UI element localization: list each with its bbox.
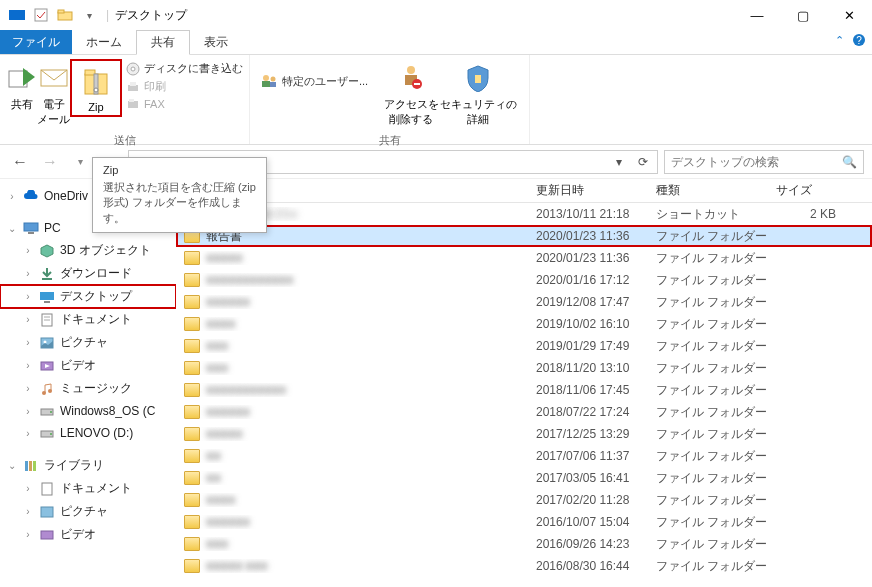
file-type: ファイル フォルダー	[656, 536, 776, 553]
qat-dropdown-icon[interactable]: ▾	[78, 4, 100, 26]
forward-button[interactable]: →	[38, 150, 62, 174]
table-row[interactable]: ■■■2016/09/26 14:23ファイル フォルダー	[176, 533, 872, 555]
svg-rect-26	[475, 75, 481, 83]
advanced-security-button[interactable]: セキュリティの 詳細	[442, 59, 514, 127]
maximize-button[interactable]: ▢	[780, 0, 826, 30]
table-row[interactable]: 報告書2020/01/23 11:36ファイル フォルダー	[176, 225, 872, 247]
zip-button-label: Zip	[88, 101, 103, 113]
share-button-label: 共有	[11, 97, 33, 112]
print-button[interactable]: 印刷	[126, 79, 243, 94]
table-row[interactable]: ■■■■2017/02/20 11:28ファイル フォルダー	[176, 489, 872, 511]
tree-desktop[interactable]: ›デスクトップ	[0, 285, 176, 308]
refresh-icon[interactable]: ⟳	[633, 155, 653, 169]
table-row[interactable]: ■■■■■ ■■■2016/08/30 16:44ファイル フォルダー	[176, 555, 872, 577]
table-row[interactable]: ■■■■■■■■■■■2018/11/06 17:45ファイル フォルダー	[176, 379, 872, 401]
tree-pictures[interactable]: ›ピクチャ	[0, 331, 176, 354]
file-date: 2018/11/06 17:45	[536, 383, 656, 397]
file-type: ファイル フォルダー	[656, 360, 776, 377]
window-title: デスクトップ	[115, 7, 187, 24]
table-row[interactable]: ■■■2019/01/29 17:49ファイル フォルダー	[176, 335, 872, 357]
zip-highlight-box: Zip	[70, 59, 122, 117]
tree-lib-documents[interactable]: ›ドキュメント	[0, 477, 176, 500]
table-row[interactable]: ■■■■2019/10/02 16:10ファイル フォルダー	[176, 313, 872, 335]
folder-icon	[184, 493, 200, 507]
table-row[interactable]: ■■2017/03/05 16:41ファイル フォルダー	[176, 467, 872, 489]
tab-home[interactable]: ホーム	[72, 30, 136, 54]
tree-3d-objects[interactable]: ›3D オブジェクト	[0, 239, 176, 262]
tooltip-title: Zip	[103, 164, 256, 176]
picture-icon	[39, 504, 55, 520]
specific-users-button[interactable]: 特定のユーザー...	[260, 73, 368, 89]
email-button[interactable]: 電子 メール	[37, 59, 70, 127]
svg-point-43	[50, 433, 52, 435]
search-box[interactable]: 🔍	[664, 150, 864, 174]
table-row[interactable]: ■■■■■2017/12/25 13:29ファイル フォルダー	[176, 423, 872, 445]
minimize-button[interactable]: —	[734, 0, 780, 30]
tree-drive-c[interactable]: ›Windows8_OS (C	[0, 400, 176, 422]
file-date: 2020/01/16 17:12	[536, 273, 656, 287]
share-button[interactable]: 共有	[6, 59, 37, 112]
svg-rect-47	[42, 483, 52, 495]
burn-disc-button[interactable]: ディスクに書き込む	[126, 61, 243, 76]
col-type[interactable]: 種類	[656, 182, 776, 199]
table-row[interactable]: ■■■■■■2019/12/08 17:47ファイル フォルダー	[176, 291, 872, 313]
tree-drive-d[interactable]: ›LENOVO (D:)	[0, 422, 176, 444]
file-name: ■■■■■■	[206, 405, 250, 419]
remove-access-button[interactable]: アクセスを 削除する	[380, 59, 442, 127]
tab-file[interactable]: ファイル	[0, 30, 72, 54]
tree-libraries[interactable]: ⌄ライブラリ	[0, 454, 176, 477]
tree-label: ライブラリ	[44, 457, 104, 474]
svg-rect-25	[414, 83, 420, 85]
col-date[interactable]: 更新日時	[536, 182, 656, 199]
file-type: ファイル フォルダー	[656, 426, 776, 443]
window-controls: — ▢ ✕	[734, 0, 872, 30]
svg-point-41	[50, 411, 52, 413]
table-row[interactable]: ■■■■■■2018/07/22 17:24ファイル フォルダー	[176, 401, 872, 423]
address-dropdown-icon[interactable]: ▾	[609, 155, 629, 169]
qat-newfolder-icon[interactable]	[54, 4, 76, 26]
back-button[interactable]: ←	[8, 150, 32, 174]
tab-share[interactable]: 共有	[136, 30, 190, 55]
table-row[interactable]: ■■■■■2020/01/23 11:36ファイル フォルダー	[176, 247, 872, 269]
tree-music[interactable]: ›ミュージック	[0, 377, 176, 400]
recent-dropdown-icon[interactable]: ▾	[68, 150, 92, 174]
help-icon[interactable]: ?	[852, 33, 866, 47]
tab-view[interactable]: 表示	[190, 30, 242, 54]
tree-lib-pictures[interactable]: ›ピクチャ	[0, 500, 176, 523]
table-row[interactable]: ■■■■■■■■er2Go2013/10/11 21:18ショートカット2 KB	[176, 203, 872, 225]
folder-icon	[184, 471, 200, 485]
qat-properties-icon[interactable]	[30, 4, 52, 26]
video-icon	[39, 358, 55, 374]
folder-icon	[184, 515, 200, 529]
tree-downloads[interactable]: ›ダウンロード	[0, 262, 176, 285]
zip-button[interactable]: Zip	[74, 63, 118, 113]
tree-label: ドキュメント	[60, 480, 132, 497]
table-row[interactable]: ■■■■■■2016/10/07 15:04ファイル フォルダー	[176, 511, 872, 533]
svg-rect-46	[33, 461, 36, 471]
disc-icon	[126, 62, 140, 76]
table-row[interactable]: ■■2017/07/06 11:37ファイル フォルダー	[176, 445, 872, 467]
svg-rect-3	[58, 10, 64, 13]
tree-documents[interactable]: ›ドキュメント	[0, 308, 176, 331]
col-size[interactable]: サイズ	[776, 182, 836, 199]
fax-button[interactable]: FAX	[126, 97, 243, 111]
tree-videos[interactable]: ›ビデオ	[0, 354, 176, 377]
music-icon	[39, 381, 55, 397]
file-name: ■■	[206, 471, 221, 485]
tree-lib-videos[interactable]: ›ビデオ	[0, 523, 176, 546]
file-type: ファイル フォルダー	[656, 470, 776, 487]
table-row[interactable]: ■■■■■■■■■■■■2020/01/16 17:12ファイル フォルダー	[176, 269, 872, 291]
security-label: セキュリティの 詳細	[440, 97, 517, 127]
table-row[interactable]: ■■■2018/11/20 13:10ファイル フォルダー	[176, 357, 872, 379]
svg-rect-17	[129, 99, 134, 102]
close-button[interactable]: ✕	[826, 0, 872, 30]
file-date: 2020/01/23 11:36	[536, 229, 656, 243]
download-icon	[39, 266, 55, 282]
tree-label: PC	[44, 221, 61, 235]
svg-rect-48	[41, 507, 53, 517]
ribbon-collapse-icon[interactable]: ⌃	[835, 34, 844, 47]
cloud-icon	[23, 188, 39, 204]
search-icon[interactable]: 🔍	[842, 155, 857, 169]
search-input[interactable]	[671, 155, 838, 169]
mail-icon	[40, 61, 68, 95]
